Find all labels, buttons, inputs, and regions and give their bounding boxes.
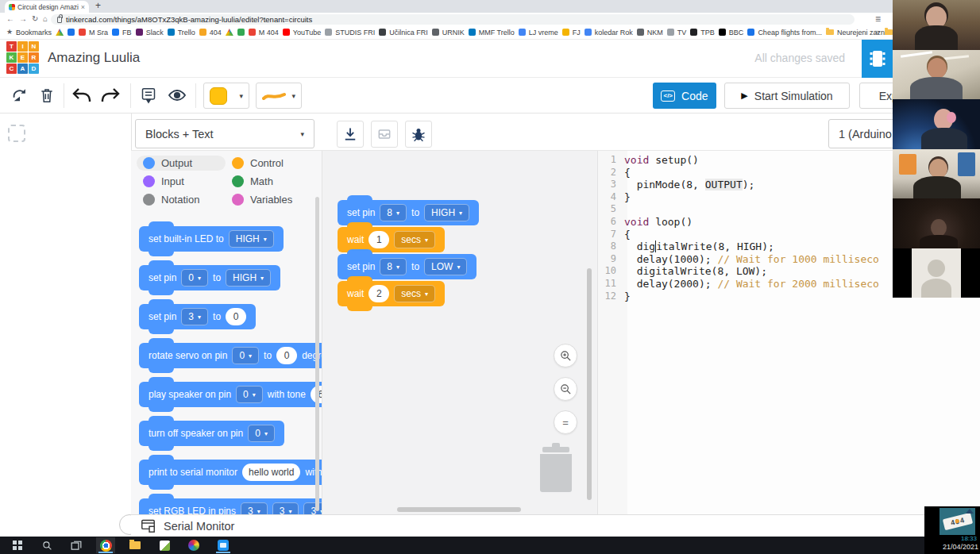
bookmark-item[interactable]: BBC xyxy=(719,29,744,37)
code-block[interactable]: turn off speaker on pin0▾ xyxy=(139,421,284,446)
bookmark-item[interactable]: » xyxy=(875,28,880,37)
tab-close-icon[interactable]: × xyxy=(81,3,85,11)
bookmark-item[interactable]: NKM xyxy=(637,29,663,37)
components-chip-button[interactable] xyxy=(862,40,893,78)
bookmark-item[interactable]: STUDIS FRI xyxy=(325,29,375,37)
notes-button[interactable] xyxy=(138,85,159,106)
block-trash-dropzone[interactable] xyxy=(540,454,572,492)
block-dropdown[interactable]: 0▾ xyxy=(181,269,208,287)
start-simulation-button[interactable]: ▶ Start Simulation xyxy=(724,83,850,109)
block-dropdown[interactable]: 3▾ xyxy=(181,308,208,325)
canvas-horizontal-scrollbar[interactable] xyxy=(397,507,521,512)
code-block[interactable]: rotate servo on pin0▾to0degrees xyxy=(139,343,322,368)
palette-category-variables[interactable]: Variables xyxy=(226,192,321,207)
bookmark-item[interactable]: Učilnica FRI xyxy=(379,29,428,37)
bookmark-item[interactable]: FB xyxy=(112,29,132,37)
taskbar-mail-button[interactable] xyxy=(214,537,233,553)
video-tile-participant-1[interactable] xyxy=(893,0,980,50)
bookmark-item[interactable] xyxy=(68,29,75,36)
edit-mode-select[interactable]: Blocks + Text ▾ xyxy=(135,119,314,148)
bookmark-item[interactable]: M Sra xyxy=(79,29,108,37)
visibility-button[interactable] xyxy=(167,85,187,106)
serial-monitor-bar[interactable]: Serial Monitor xyxy=(131,514,980,537)
palette-category-math[interactable]: Math xyxy=(226,174,321,189)
browser-menu-icon[interactable]: ≡ xyxy=(875,13,881,25)
bookmark-item[interactable]: URNIK xyxy=(432,29,465,37)
block-dropdown[interactable]: 0▾ xyxy=(248,425,275,442)
code-block[interactable]: set built-in LED toHIGH▾ xyxy=(139,226,284,252)
url-input[interactable]: tinkercad.com/things/aM8OTxZ3qkB-amazing… xyxy=(51,14,855,25)
taskbar-photos-button[interactable] xyxy=(184,537,203,553)
code-block[interactable]: wait2secs▾ xyxy=(338,281,445,306)
block-dropdown[interactable]: 8▾ xyxy=(380,258,407,275)
bookmark-item[interactable]: Trello xyxy=(168,29,195,37)
browser-tab[interactable]: Circuit design Amazing Luulia | T × xyxy=(5,1,89,13)
bookmark-item[interactable] xyxy=(885,29,893,35)
color-dropdown[interactable]: ▾ xyxy=(203,83,249,109)
code-button[interactable]: </> Code xyxy=(653,83,716,109)
bookmark-item[interactable]: Cheap flights from... xyxy=(747,29,822,37)
rotate-button[interactable] xyxy=(10,85,30,106)
taskbar-search-button[interactable] xyxy=(37,537,56,553)
taskbar-explorer-button[interactable] xyxy=(125,537,145,553)
redo-button[interactable] xyxy=(100,85,121,106)
debug-button[interactable] xyxy=(405,121,432,148)
bookmark-item[interactable]: LJ vreme xyxy=(519,29,558,37)
block-value-input[interactable]: 0 xyxy=(226,308,246,325)
bookmark-item[interactable]: 404 xyxy=(199,29,222,37)
code-block[interactable]: print to serial monitorhello worldwith xyxy=(139,460,322,485)
start-button[interactable] xyxy=(8,537,27,553)
code-block[interactable]: set RGB LED in pins3▾3▾3▾ xyxy=(139,498,322,514)
video-tile-participant-5[interactable] xyxy=(893,198,980,248)
bookmark-item[interactable]: MMF Trello xyxy=(469,29,515,37)
zoom-out-button[interactable] xyxy=(554,377,577,401)
taskbar-image-app-button[interactable] xyxy=(155,537,174,553)
bookmark-item[interactable]: FJ xyxy=(562,29,581,37)
block-dropdown[interactable]: 0▾ xyxy=(236,386,263,403)
video-tile-participant-2[interactable] xyxy=(893,50,980,100)
task-view-button[interactable] xyxy=(67,537,86,553)
reload-icon[interactable]: ↻ xyxy=(32,13,38,25)
bookmark-item[interactable]: TV xyxy=(667,29,687,37)
block-dropdown[interactable]: HIGH▾ xyxy=(229,230,274,248)
zoom-in-button[interactable] xyxy=(554,344,577,367)
palette-scrollbar[interactable] xyxy=(315,197,319,511)
block-dropdown[interactable]: secs▾ xyxy=(394,231,435,248)
block-dropdown[interactable]: 3▾ xyxy=(241,502,268,514)
block-dropdown[interactable]: 3▾ xyxy=(272,502,299,514)
bookmark-item[interactable]: M 404 xyxy=(249,29,279,37)
wire-style-dropdown[interactable]: ▾ xyxy=(256,83,302,109)
block-value-input[interactable]: 0 xyxy=(276,347,297,364)
block-dropdown[interactable]: 0▾ xyxy=(232,347,259,364)
video-tile-avatar-placeholder[interactable] xyxy=(893,248,980,298)
zoom-fit-button[interactable]: = xyxy=(554,410,577,434)
video-tile-participant-3[interactable] xyxy=(893,99,980,149)
bookmark-item[interactable] xyxy=(56,29,64,36)
libraries-button[interactable] xyxy=(371,121,398,148)
tinkercad-logo[interactable]: TINKERCAD xyxy=(6,41,39,74)
code-block[interactable]: play speaker on pin0▾with tone6 xyxy=(139,382,322,407)
bookmark-item[interactable]: ★Bookmarks xyxy=(6,29,52,37)
block-dropdown[interactable]: HIGH▾ xyxy=(424,204,469,221)
new-tab-button[interactable]: + xyxy=(95,0,101,12)
taskbar-chrome-button[interactable] xyxy=(96,537,115,553)
block-dropdown[interactable]: LOW▾ xyxy=(424,258,467,275)
back-icon[interactable]: ← xyxy=(6,13,14,25)
home-icon[interactable]: ⌂ xyxy=(43,13,48,25)
download-code-button[interactable] xyxy=(337,121,364,148)
forward-icon[interactable]: → xyxy=(19,13,27,25)
canvas-vertical-scrollbar[interactable] xyxy=(587,268,592,500)
bookmark-item[interactable] xyxy=(237,29,245,36)
palette-category-control[interactable]: Control xyxy=(226,156,321,171)
palette-category-input[interactable]: Input xyxy=(137,174,226,189)
delete-button[interactable] xyxy=(37,85,57,106)
video-tile-participant-4[interactable] xyxy=(893,149,980,199)
bookmark-item[interactable]: Slack xyxy=(136,29,164,37)
selection-tool-icon[interactable] xyxy=(8,125,25,142)
design-title[interactable]: Amazing Luulia xyxy=(48,50,140,66)
palette-category-notation[interactable]: Notation xyxy=(137,192,226,207)
code-block[interactable]: set pin0▾toHIGH▾ xyxy=(139,265,280,290)
bookmark-item[interactable]: TPB xyxy=(690,29,715,37)
block-dropdown[interactable]: 8▾ xyxy=(380,204,407,221)
bookmark-item[interactable] xyxy=(226,29,233,36)
